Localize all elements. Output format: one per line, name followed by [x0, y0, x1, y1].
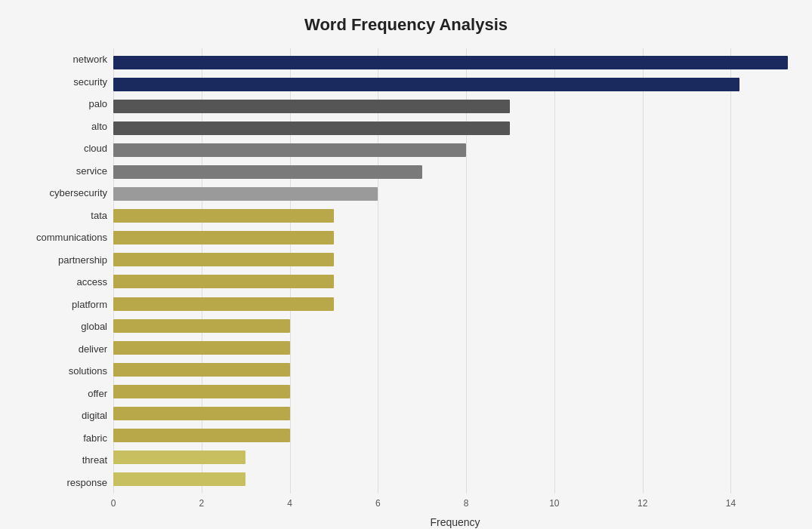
x-tick-12: 12 — [638, 498, 647, 509]
bars-wrapper — [113, 48, 797, 494]
bar-access — [113, 275, 334, 288]
bar-platform — [113, 297, 334, 311]
bar-row-cloud — [113, 142, 797, 158]
y-label-deliver: deliver — [15, 339, 107, 358]
bar-row-network — [113, 54, 797, 71]
bar-row-access — [113, 273, 797, 290]
bar-alto — [113, 121, 510, 135]
bar-row-solutions — [113, 361, 797, 378]
chart-area: networksecuritypaloaltocloudservicecyber… — [15, 48, 797, 494]
bar-palo — [113, 100, 510, 113]
bar-network — [113, 56, 788, 69]
grid-and-bars — [113, 48, 797, 494]
bar-offer — [113, 385, 290, 398]
y-label-platform: platform — [15, 294, 107, 314]
x-tick-8: 8 — [464, 498, 469, 509]
bar-solutions — [113, 363, 290, 377]
x-tick-2: 2 — [199, 498, 204, 509]
y-label-palo: palo — [15, 94, 107, 114]
bars-section — [113, 48, 797, 494]
y-label-digital: digital — [15, 406, 107, 426]
bar-row-offer — [113, 383, 797, 400]
x-tick-14: 14 — [726, 498, 736, 509]
bar-communications — [113, 231, 334, 245]
x-axis-title: Frequency — [113, 516, 797, 528]
y-label-security: security — [15, 72, 107, 91]
y-label-tata: tata — [15, 205, 107, 225]
y-label-access: access — [15, 272, 107, 292]
bar-fabric — [113, 429, 290, 442]
bar-row-communications — [113, 229, 797, 246]
bar-row-palo — [113, 98, 797, 115]
y-label-threat: threat — [15, 451, 107, 470]
y-label-fabric: fabric — [15, 428, 107, 447]
bottom-section: 02468101214 Frequency — [113, 498, 797, 528]
bar-response — [113, 472, 245, 486]
bar-row-platform — [113, 296, 797, 312]
bar-row-digital — [113, 405, 797, 422]
bar-row-response — [113, 471, 797, 487]
y-label-global: global — [15, 317, 107, 337]
bar-row-fabric — [113, 427, 797, 444]
bar-partnership — [113, 253, 334, 266]
y-label-alto: alto — [15, 116, 107, 136]
y-label-cybersecurity: cybersecurity — [15, 183, 107, 203]
bar-row-global — [113, 318, 797, 334]
bar-row-security — [113, 76, 797, 93]
bar-digital — [113, 407, 290, 420]
y-label-offer: offer — [15, 383, 107, 403]
y-label-solutions: solutions — [15, 361, 107, 381]
y-label-cloud: cloud — [15, 139, 107, 158]
x-axis-labels: 02468101214 — [113, 498, 797, 513]
y-label-service: service — [15, 161, 107, 180]
bar-row-service — [113, 164, 797, 180]
bar-cybersecurity — [113, 187, 378, 201]
chart-container: Word Frequency Analysis networksecurityp… — [0, 0, 812, 529]
bar-tata — [113, 209, 334, 223]
y-axis-labels: networksecuritypaloaltocloudservicecyber… — [15, 48, 113, 494]
bar-row-partnership — [113, 251, 797, 268]
bar-deliver — [113, 341, 290, 355]
y-label-response: response — [15, 472, 107, 492]
bar-row-threat — [113, 449, 797, 466]
y-label-network: network — [15, 50, 107, 69]
bar-threat — [113, 451, 245, 464]
chart-title: Word Frequency Analysis — [15, 15, 797, 35]
x-tick-6: 6 — [375, 498, 381, 509]
bar-security — [113, 78, 739, 91]
bar-row-deliver — [113, 340, 797, 356]
bar-cloud — [113, 143, 466, 157]
bar-row-tata — [113, 208, 797, 224]
x-tick-4: 4 — [287, 498, 292, 509]
x-tick-0: 0 — [111, 498, 116, 509]
bar-row-cybersecurity — [113, 186, 797, 202]
bar-service — [113, 165, 422, 179]
x-tick-10: 10 — [549, 498, 559, 509]
y-label-communications: communications — [15, 228, 107, 248]
bar-row-alto — [113, 120, 797, 137]
bar-global — [113, 319, 290, 333]
y-label-partnership: partnership — [15, 250, 107, 269]
